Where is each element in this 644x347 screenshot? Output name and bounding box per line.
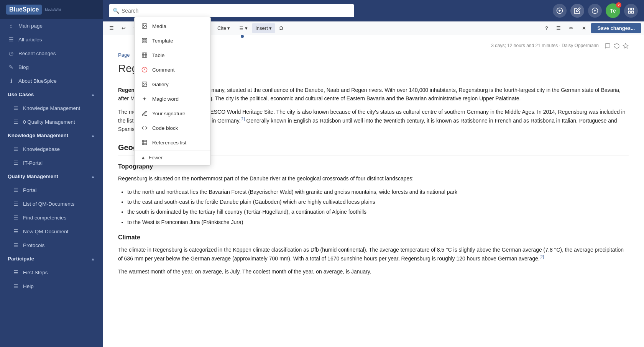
insert-magic-word[interactable]: ✦ Magic word <box>135 92 210 106</box>
sidebar-item-all-articles[interactable]: ☰ All articles <box>0 33 103 46</box>
search-icon: 🔍 <box>113 8 119 14</box>
toolbar-help[interactable]: ? <box>542 23 551 33</box>
climate-para-2: The warmest month of the year, on averag… <box>118 267 629 276</box>
toolbar-close[interactable]: ✕ <box>578 23 590 33</box>
help-sidebar-icon: ☰ <box>12 283 19 289</box>
sidebar-item-find-competencies[interactable]: ☰ Find competencies <box>0 211 103 224</box>
sidebar-item-it-portal[interactable]: ☰ IT-Portal <box>0 156 103 170</box>
toolbar-cite[interactable]: Cite ▾ <box>214 23 233 33</box>
list-icon: ☰ <box>8 36 15 43</box>
section-knowledge-management[interactable]: Knowledge Management ▲ <box>0 129 103 142</box>
sidebar-item-main-page[interactable]: ⌂ Main page <box>0 19 103 33</box>
section-quality-management[interactable]: Quality Management ▲ <box>0 170 103 183</box>
topography-intro: Regensburg is situated on the northernmo… <box>118 174 629 183</box>
table-icon <box>141 51 148 59</box>
avatar[interactable]: Te 2 <box>606 3 620 18</box>
add-button[interactable] <box>588 4 602 18</box>
svg-rect-19 <box>142 38 147 43</box>
svg-marker-16 <box>623 43 628 48</box>
gallery-icon <box>141 80 148 88</box>
list-item-4: to the West is Franconian Jura (Fränkisc… <box>127 218 629 226</box>
home-icon: ⌂ <box>8 23 15 29</box>
climate-heading: Climate <box>118 232 629 242</box>
list-item-2: to the east and south-east is the fertil… <box>127 198 629 206</box>
save-button[interactable]: Save changes... <box>591 23 641 33</box>
svg-rect-22 <box>142 53 147 57</box>
sidebar-item-portal[interactable]: ☰ Portal <box>0 183 103 197</box>
svg-point-18 <box>143 25 144 26</box>
protocols-icon: ☰ <box>12 242 19 248</box>
clock-icon: ◷ <box>8 50 15 56</box>
sidebar-item-blog[interactable]: ✎ Blog <box>0 60 103 74</box>
sidebar-item-knowledge-management[interactable]: ☰ Knowledge Management <box>0 101 103 115</box>
first-steps-icon: ☰ <box>12 269 19 275</box>
toolbar-insert[interactable]: Insert ▾ <box>252 23 275 33</box>
insert-template[interactable]: Template <box>135 33 210 48</box>
search-input[interactable] <box>122 8 350 14</box>
toolbar-list[interactable]: ▾ <box>234 23 251 33</box>
edit-button[interactable] <box>553 4 567 18</box>
svg-point-31 <box>143 83 144 84</box>
pencil-topbar-button[interactable] <box>570 4 584 18</box>
svg-rect-9 <box>632 11 634 13</box>
code-icon <box>141 124 148 132</box>
portal-icon: ☰ <box>12 187 19 193</box>
signature-icon <box>141 110 148 117</box>
insert-fewer[interactable]: ▲ Fewer <box>135 152 210 164</box>
sidebar-item-first-steps[interactable]: ☰ First Steps <box>0 265 103 279</box>
page-icon: ☰ <box>12 146 19 152</box>
section-use-cases[interactable]: Use Cases ▲ <box>0 88 103 101</box>
sidebar-item-recent-changes[interactable]: ◷ Recent changes <box>0 46 103 60</box>
comment-icon <box>141 66 148 74</box>
insert-comment[interactable]: Comment <box>135 62 210 77</box>
logo: BlueSpice MediaWiki <box>0 0 103 19</box>
insert-media[interactable]: Media <box>135 19 210 33</box>
chevron-down-icon-3: ▾ <box>227 25 230 31</box>
info-icon: ℹ <box>8 78 15 84</box>
search-box[interactable]: 🔍 <box>109 4 354 17</box>
topography-list: to the north and northeast lies the Bava… <box>127 188 629 227</box>
toolbar-menu-extra[interactable]: ☰ <box>553 23 564 33</box>
insert-gallery[interactable]: Gallery <box>135 77 210 92</box>
chevron-down-icon-4: ▾ <box>245 25 248 31</box>
doc-icon: ☰ <box>12 105 19 111</box>
logo-sub: MediaWiki <box>45 8 61 11</box>
svg-rect-20 <box>143 39 146 40</box>
chevron-down-icon-5: ▾ <box>269 25 272 31</box>
sidebar-item-protocols[interactable]: ☰ Protocols <box>0 238 103 252</box>
sidebar-item-help[interactable]: ☰ Help <box>0 279 103 293</box>
sidebar: BlueSpice MediaWiki ⌂ Main page ☰ All ar… <box>0 0 103 347</box>
chevron-up-icon: ▲ <box>91 92 95 97</box>
sidebar-item-quality-management-use-case[interactable]: ☰ 0 Quality Management <box>0 115 103 129</box>
insert-code-block[interactable]: Code block <box>135 121 210 135</box>
sidebar-item-new-qm-document[interactable]: ☰ New QM-Document <box>0 224 103 238</box>
toolbar-omega[interactable]: Ω <box>276 23 287 33</box>
chevron-up-icon-3: ▲ <box>91 174 95 179</box>
insert-your-signature[interactable]: Your signature <box>135 106 210 121</box>
new-doc-icon: ☰ <box>12 228 19 234</box>
sidebar-item-knowledgebase[interactable]: ☰ Knowledgebase <box>0 142 103 156</box>
list-item-3: the south is dominated by the tertiary h… <box>127 208 629 216</box>
template-icon <box>141 37 148 44</box>
toolbar-highlight[interactable]: ✏ <box>566 23 577 33</box>
svg-rect-6 <box>628 8 630 10</box>
insert-references-list[interactable]: References list <box>135 135 210 150</box>
section-participate[interactable]: Participate ▲ <box>0 252 103 265</box>
chevron-up-icon-4: ▲ <box>91 257 95 261</box>
page-icon-2: ☰ <box>12 160 19 166</box>
references-icon <box>141 139 148 146</box>
insert-table[interactable]: Table <box>135 48 210 62</box>
grid-button[interactable] <box>624 4 638 18</box>
dropdown-divider <box>135 151 210 151</box>
insert-dropdown: Media Template Table Comment Gallery ✦ M… <box>134 17 211 165</box>
sidebar-item-list-qm-docs[interactable]: ☰ List of QM-Documents <box>0 197 103 211</box>
svg-rect-32 <box>142 140 147 145</box>
pencil-icon: ✎ <box>8 64 15 70</box>
magic-word-icon: ✦ <box>141 95 148 103</box>
toolbar-hamburger[interactable]: ☰ <box>106 23 117 33</box>
chevron-up-fewer-icon: ▲ <box>141 155 146 160</box>
list-qm-icon: ☰ <box>12 201 19 207</box>
sidebar-item-about[interactable]: ℹ About BlueSpice <box>0 74 103 88</box>
svg-rect-8 <box>628 11 630 13</box>
toolbar-undo[interactable]: ↩ <box>118 23 129 33</box>
